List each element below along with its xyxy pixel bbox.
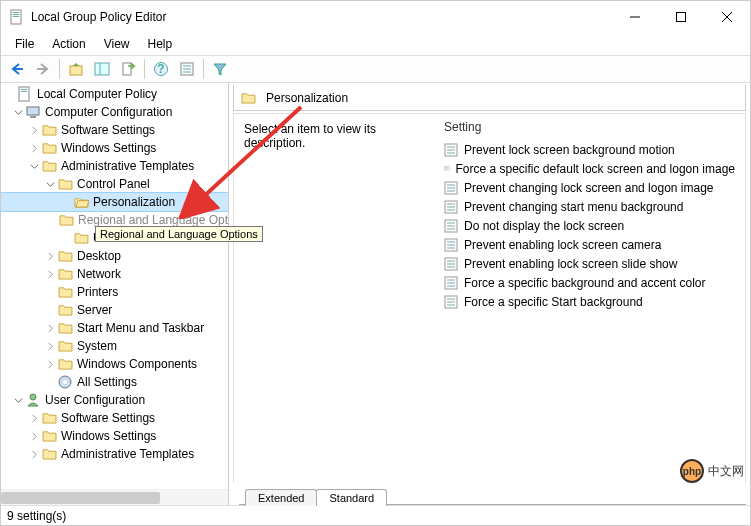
menu-help[interactable]: Help (140, 35, 181, 53)
collapse-icon[interactable] (11, 396, 25, 405)
tree-node-system[interactable]: System (1, 337, 228, 355)
tree-label: Software Settings (61, 411, 155, 425)
tree-node-network[interactable]: Network (1, 265, 228, 283)
svg-rect-22 (30, 116, 36, 118)
setting-label: Prevent enabling lock screen camera (464, 238, 661, 252)
tree-node-startmenu[interactable]: Start Menu and Taskbar (1, 319, 228, 337)
statusbar: 9 setting(s) (1, 505, 750, 525)
tree-node-computer-config[interactable]: Computer Configuration (1, 103, 228, 121)
folder-icon (41, 122, 57, 138)
tree-node-desktop[interactable]: Desktop (1, 247, 228, 265)
properties-button[interactable] (175, 57, 199, 81)
collapse-icon[interactable] (11, 108, 25, 117)
expand-icon[interactable] (43, 324, 57, 333)
tree-label: Personalization (93, 195, 175, 209)
setting-row[interactable]: Prevent lock screen background motion (434, 140, 745, 159)
expand-icon[interactable] (43, 360, 57, 369)
tree-node-control-panel[interactable]: Control Panel (1, 175, 228, 193)
collapse-icon[interactable] (43, 180, 57, 189)
folder-icon (57, 320, 73, 336)
svg-rect-19 (21, 89, 27, 90)
tree-node-wincomponents[interactable]: Windows Components (1, 355, 228, 373)
tree-node-printers[interactable]: Printers (1, 283, 228, 301)
setting-row[interactable]: Force a specific background and accent c… (434, 273, 745, 292)
tree-label: All Settings (77, 375, 137, 389)
setting-row[interactable]: Prevent changing start menu background (434, 197, 745, 216)
tab-extended[interactable]: Extended (245, 489, 317, 506)
setting-row[interactable]: Prevent enabling lock screen slide show (434, 254, 745, 273)
horizontal-scrollbar[interactable] (1, 489, 228, 505)
tabstrip: Extended Standard (233, 483, 746, 505)
setting-row[interactable]: Force a specific Start background (434, 292, 745, 311)
help-button[interactable]: ? (149, 57, 173, 81)
forward-button[interactable] (31, 57, 55, 81)
collapse-icon[interactable] (27, 162, 41, 171)
policy-item-icon (444, 143, 458, 157)
tree-node-allsettings[interactable]: All Settings (1, 373, 228, 391)
expand-icon[interactable] (27, 450, 41, 459)
folder-icon (59, 212, 74, 228)
status-text: 9 setting(s) (7, 509, 66, 523)
column-header-setting[interactable]: Setting (434, 118, 745, 140)
tree-node-windows-settings[interactable]: Windows Settings (1, 139, 228, 157)
svg-point-24 (63, 380, 67, 384)
export-button[interactable] (116, 57, 140, 81)
setting-row[interactable]: Prevent changing lock screen and logon i… (434, 178, 745, 197)
watermark: php 中文网 (680, 459, 744, 483)
tree-node-software-settings[interactable]: Software Settings (1, 121, 228, 139)
tree-label: Start Menu and Taskbar (77, 321, 204, 335)
expand-icon[interactable] (27, 432, 41, 441)
expand-icon[interactable] (27, 126, 41, 135)
setting-row[interactable]: Prevent enabling lock screen camera (434, 235, 745, 254)
tree-node-personalization[interactable]: Personalization (1, 193, 228, 211)
expand-icon[interactable] (43, 342, 57, 351)
show-hide-tree-button[interactable] (90, 57, 114, 81)
tree-node-admin-templates[interactable]: Administrative Templates (1, 157, 228, 175)
menu-file[interactable]: File (7, 35, 42, 53)
tree-node-server[interactable]: Server (1, 301, 228, 319)
svg-rect-5 (677, 13, 686, 22)
setting-row[interactable]: Do not display the lock screen (434, 216, 745, 235)
detail-pane: Personalization Select an item to view i… (229, 83, 750, 505)
user-icon (25, 392, 41, 408)
tree-node-u-software[interactable]: Software Settings (1, 409, 228, 427)
tree-label: Administrative Templates (61, 159, 194, 173)
tree-label: Computer Configuration (45, 105, 172, 119)
up-button[interactable] (64, 57, 88, 81)
minimize-button[interactable] (612, 1, 658, 33)
tree-node-regional[interactable]: Regional and Language Options (1, 211, 228, 229)
svg-rect-21 (27, 107, 39, 115)
tree-label: Control Panel (77, 177, 150, 191)
expand-icon[interactable] (27, 144, 41, 153)
tree-node-user-accounts[interactable]: User Accounts (1, 229, 228, 247)
policy-item-icon (444, 238, 458, 252)
expand-icon[interactable] (43, 252, 57, 261)
tree-pane: Local Computer Policy Computer Configura… (1, 83, 229, 505)
menu-action[interactable]: Action (44, 35, 93, 53)
tree-node-u-admin[interactable]: Administrative Templates (1, 445, 228, 463)
expand-icon[interactable] (27, 414, 41, 423)
folder-icon (41, 158, 57, 174)
setting-row[interactable]: Force a specific default lock screen and… (434, 159, 745, 178)
tree-node-root[interactable]: Local Computer Policy (1, 85, 228, 103)
maximize-button[interactable] (658, 1, 704, 33)
folder-icon (41, 428, 57, 444)
folder-icon (57, 284, 73, 300)
filter-button[interactable] (208, 57, 232, 81)
tab-standard[interactable]: Standard (316, 489, 387, 506)
expand-icon[interactable] (43, 270, 57, 279)
setting-label: Do not display the lock screen (464, 219, 624, 233)
setting-label: Force a specific default lock screen and… (456, 162, 736, 176)
policy-icon (17, 86, 33, 102)
tree-node-user-config[interactable]: User Configuration (1, 391, 228, 409)
svg-rect-20 (21, 91, 27, 92)
tree-label: Server (77, 303, 112, 317)
tree-node-u-windows[interactable]: Windows Settings (1, 427, 228, 445)
setting-label: Force a specific background and accent c… (464, 276, 705, 290)
back-button[interactable] (5, 57, 29, 81)
menu-view[interactable]: View (96, 35, 138, 53)
tree-label: Administrative Templates (61, 447, 194, 461)
separator (203, 59, 204, 79)
watermark-text: 中文网 (708, 463, 744, 480)
close-button[interactable] (704, 1, 750, 33)
